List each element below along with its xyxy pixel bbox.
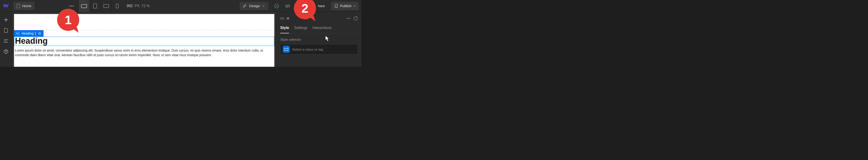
panel-tabs: Style Settings Interactions bbox=[280, 26, 358, 33]
document-icon bbox=[4, 28, 8, 33]
svg-point-8 bbox=[275, 4, 279, 8]
style-panel: H1 H Style Settings Interactions Style s… bbox=[276, 12, 362, 67]
mode-label: Design bbox=[249, 4, 260, 8]
mode-dropdown[interactable]: Design bbox=[240, 2, 268, 10]
zoom-value: 72 % bbox=[142, 4, 150, 8]
chevron-down-icon bbox=[353, 5, 355, 7]
dots-horizontal-icon bbox=[69, 5, 74, 7]
dots-horizontal-icon[interactable] bbox=[346, 18, 350, 19]
panel-element-tag: H1 bbox=[280, 17, 284, 20]
code-icon bbox=[285, 4, 290, 8]
add-element-button[interactable] bbox=[1, 15, 10, 24]
canvas-area: H1 Heading 1 Heading Lorem ipsum dolor s… bbox=[12, 12, 276, 67]
style-selector-input[interactable]: * Select a class or tag bbox=[280, 44, 358, 54]
selected-element-name: Heading 1 bbox=[22, 32, 36, 35]
selected-element-tag: H1 bbox=[16, 32, 20, 35]
selection-label[interactable]: H1 Heading 1 bbox=[14, 30, 43, 37]
annotation-callout-1: 1 bbox=[57, 9, 79, 31]
svg-text:*: * bbox=[86, 4, 87, 6]
svg-point-12 bbox=[349, 18, 350, 19]
document-icon bbox=[17, 4, 20, 8]
svg-point-11 bbox=[348, 18, 349, 19]
webflow-logo[interactable] bbox=[0, 0, 12, 12]
tab-style[interactable]: Style bbox=[280, 26, 289, 33]
panel-element-name: H bbox=[287, 17, 289, 20]
svg-text:*: * bbox=[287, 47, 288, 49]
svg-point-9 bbox=[39, 33, 40, 34]
tab-settings[interactable]: Settings bbox=[294, 26, 307, 31]
page-name: Home bbox=[22, 4, 31, 8]
brush-icon bbox=[243, 4, 247, 8]
tab-interactions[interactable]: Interactions bbox=[312, 26, 332, 31]
breakpoint-landscape-button[interactable] bbox=[100, 0, 112, 12]
check-circle-icon bbox=[274, 3, 279, 8]
cube-icon bbox=[4, 49, 8, 54]
design-canvas[interactable]: H1 Heading 1 Heading Lorem ipsum dolor s… bbox=[14, 14, 275, 67]
breakpoint-group: * bbox=[78, 0, 123, 12]
canvas-slot-placeholder bbox=[14, 14, 274, 30]
selector-breakpoint-badge[interactable]: * bbox=[283, 46, 290, 53]
svg-rect-6 bbox=[104, 4, 109, 8]
svg-point-10 bbox=[347, 18, 347, 19]
svg-point-2 bbox=[72, 5, 73, 6]
selection-outline bbox=[14, 37, 274, 46]
share-label: hare bbox=[318, 4, 325, 8]
tablet-icon bbox=[93, 3, 97, 8]
panel-breadcrumb[interactable]: H1 H bbox=[280, 15, 358, 22]
mobile-icon bbox=[116, 4, 119, 8]
plus-icon bbox=[4, 18, 8, 22]
status-check-button[interactable] bbox=[272, 1, 281, 10]
gear-icon[interactable] bbox=[38, 32, 41, 35]
components-button[interactable] bbox=[1, 47, 10, 56]
cursor-icon bbox=[325, 35, 330, 41]
publish-label: Publish bbox=[340, 4, 351, 8]
desktop-star-icon: * bbox=[81, 4, 87, 8]
cube-plus-icon[interactable] bbox=[353, 16, 358, 21]
svg-rect-7 bbox=[116, 4, 118, 8]
paragraph-element[interactable]: Lorem ipsum dolor sit amet, consectetur … bbox=[15, 48, 273, 58]
svg-point-1 bbox=[71, 5, 72, 6]
page-selector-button[interactable]: Home bbox=[13, 2, 35, 10]
selector-placeholder: Select a class or tag bbox=[292, 47, 323, 51]
chevron-down-icon bbox=[262, 5, 265, 7]
desktop-star-icon: * bbox=[284, 47, 288, 51]
navigator-button[interactable] bbox=[1, 36, 10, 45]
publish-button[interactable]: Publish bbox=[331, 2, 359, 10]
pages-button[interactable] bbox=[1, 26, 10, 35]
mobile-landscape-icon bbox=[103, 4, 109, 8]
left-toolbar bbox=[0, 12, 12, 67]
svg-rect-5 bbox=[93, 4, 97, 8]
rocket-icon bbox=[334, 4, 338, 8]
svg-point-0 bbox=[69, 5, 70, 6]
canvas-width-value: 992 bbox=[127, 4, 133, 8]
share-button[interactable]: hare bbox=[314, 2, 329, 10]
px-label: PX bbox=[135, 4, 140, 8]
breakpoint-mobile-button[interactable] bbox=[112, 0, 123, 12]
style-selector-label: Style selector bbox=[280, 37, 358, 41]
navigator-icon bbox=[4, 39, 8, 42]
breakpoint-tablet-button[interactable] bbox=[89, 0, 100, 12]
canvas-size-info[interactable]: 992 PX 72 % bbox=[127, 4, 150, 8]
code-button[interactable] bbox=[283, 1, 292, 10]
breakpoint-desktop-button[interactable]: * bbox=[78, 0, 89, 12]
